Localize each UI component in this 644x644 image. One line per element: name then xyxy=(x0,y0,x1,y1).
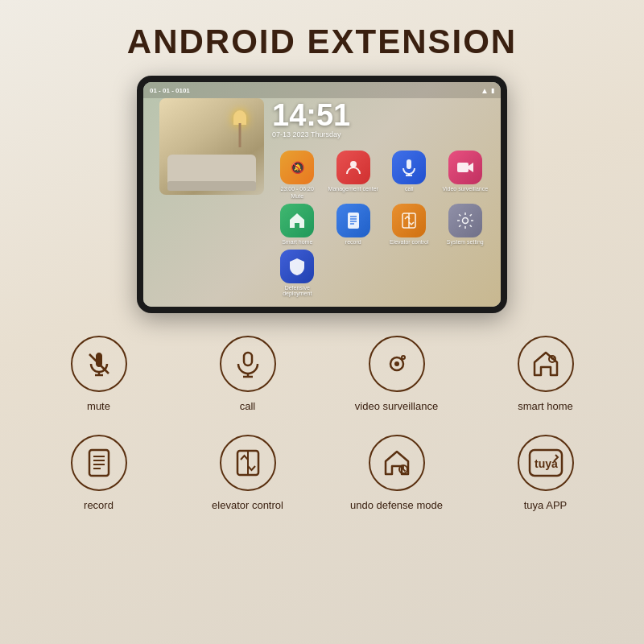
svg-rect-4 xyxy=(457,163,469,172)
app-video-surveillance[interactable]: Video surveillance xyxy=(440,151,492,200)
app-system[interactable]: System setting xyxy=(440,204,492,246)
tuya-label: tuya APP xyxy=(524,499,567,511)
svg-rect-1 xyxy=(407,159,411,169)
tablet-screen: 01 - 01 - 0101 ▲ ▮ 14:51 07-13 2023 Thur… xyxy=(143,82,501,307)
svg-rect-23 xyxy=(89,450,109,476)
elevator-label: elevator control xyxy=(212,499,283,511)
room-image xyxy=(159,98,264,195)
tablet-frame: 01 - 01 - 0101 ▲ ▮ 14:51 07-13 2023 Thur… xyxy=(137,76,507,313)
svg-point-12 xyxy=(462,217,468,223)
svg-text:tuya: tuya xyxy=(535,457,558,470)
video-label: video surveillance xyxy=(355,400,438,412)
battery-icon: ▮ xyxy=(491,87,494,94)
svg-point-21 xyxy=(402,356,405,359)
status-icons: ▲ ▮ xyxy=(481,86,494,95)
feature-elevator: elevator control xyxy=(173,427,322,519)
svg-point-0 xyxy=(350,161,357,167)
feature-defense: undo defense mode xyxy=(322,427,471,519)
feature-smarthome: smart home xyxy=(471,328,620,420)
app-smarthome[interactable]: Smart home xyxy=(271,204,324,246)
wifi-icon: ▲ xyxy=(481,86,489,95)
defense-label: undo defense mode xyxy=(350,499,443,511)
page-title: ANDROID EXTENSION xyxy=(0,0,644,69)
app-elevator[interactable]: Elevator control xyxy=(383,204,436,246)
elevator-icon xyxy=(220,435,276,491)
app-grid: 🔕 23:00 - 06:20 Mute Management center xyxy=(268,147,494,300)
mute-icon xyxy=(71,336,127,392)
app-call[interactable]: call xyxy=(383,151,436,200)
record-label: record xyxy=(84,499,114,511)
feature-record: record xyxy=(24,427,173,519)
app-defense[interactable]: Defensive deployment xyxy=(271,250,324,297)
tablet-display: 01 - 01 - 0101 ▲ ▮ 14:51 07-13 2023 Thur… xyxy=(0,76,644,313)
features-row-2: record elevator control undo defense mod… xyxy=(0,420,644,519)
mute-label: mute xyxy=(87,400,110,412)
microphone-icon xyxy=(220,336,276,392)
call-label: call xyxy=(240,400,256,412)
smarthome-label: smart home xyxy=(518,400,573,412)
app-mute[interactable]: 🔕 23:00 - 06:20 Mute xyxy=(271,151,324,200)
clock-area: 14:51 07-13 2023 Thursday xyxy=(272,100,350,138)
status-bar: 01 - 01 - 0101 ▲ ▮ xyxy=(143,82,501,98)
tuya-icon: tuya xyxy=(518,435,574,491)
defense-icon xyxy=(369,435,425,491)
camera-icon xyxy=(369,336,425,392)
svg-rect-16 xyxy=(244,353,252,365)
feature-mute: mute xyxy=(24,328,173,420)
smart-home-icon xyxy=(518,336,574,392)
lamp-decoration xyxy=(232,110,248,151)
feature-video: video surveillance xyxy=(322,328,471,420)
app-management[interactable]: Management center xyxy=(328,151,380,200)
clock-date: 07-13 2023 Thursday xyxy=(272,130,350,138)
clock-time: 14:51 xyxy=(272,100,350,130)
features-row-1: mute call video surveillance xyxy=(0,313,644,420)
feature-call: call xyxy=(173,328,322,420)
svg-rect-5 xyxy=(348,213,359,229)
feature-tuya: tuya tuya APP xyxy=(471,427,620,519)
svg-point-20 xyxy=(394,361,399,366)
device-id: 01 - 01 - 0101 xyxy=(150,87,190,94)
app-record[interactable]: record xyxy=(328,204,380,246)
record-icon xyxy=(71,435,127,491)
